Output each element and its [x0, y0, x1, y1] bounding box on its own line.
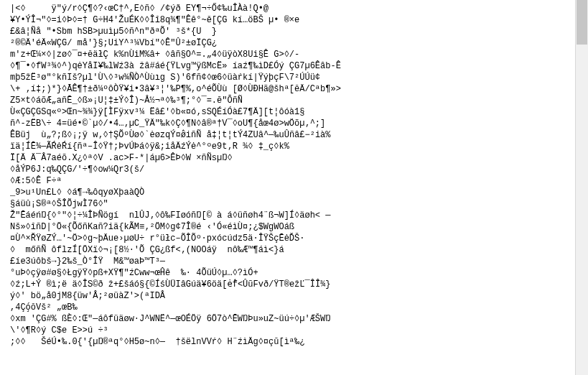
scrollbar-thumb[interactable] — [577, 0, 587, 45]
garbled-text-block: |<◊ ÿ"ý/r◊Ç¶◊?‹œC†^,E◊ñ◊ /¢ýð EY¶¬÷Ő¢‰uÎ… — [10, 3, 549, 372]
vertical-scrollbar[interactable] — [575, 0, 588, 375]
document-page: |<◊ ÿ"ý/r◊Ç¶◊?‹œC†^,E◊ñ◊ /¢ýð EY¶¬÷Ő¢‰uÎ… — [0, 0, 588, 375]
